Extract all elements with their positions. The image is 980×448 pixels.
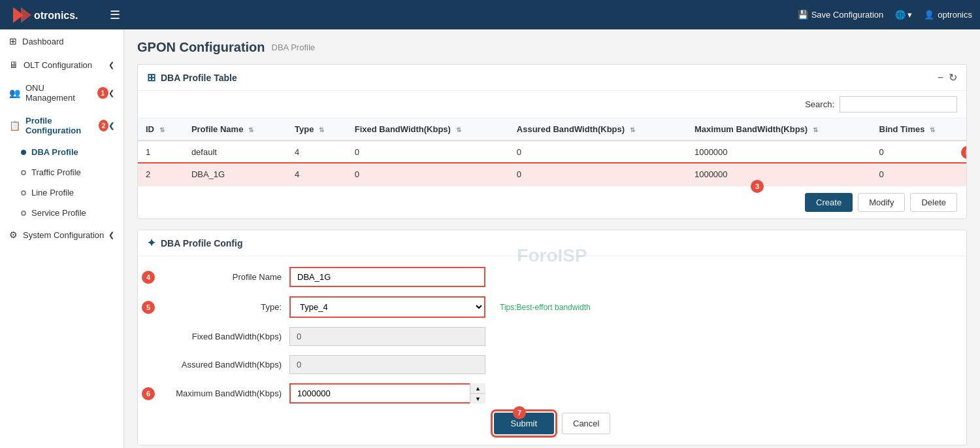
navbar-right: 💾 Save Configuration 🌐 ▾ 👤 optronics xyxy=(798,10,972,20)
spin-down-button[interactable]: ▼ xyxy=(470,394,485,404)
create-button[interactable]: Create xyxy=(805,193,853,212)
spin-up-button[interactable]: ▲ xyxy=(470,383,485,394)
page-title-text: GPON Configuration xyxy=(137,40,265,55)
sort-arrows-type: ⇅ xyxy=(319,126,324,133)
user-menu[interactable]: 👤 optronics xyxy=(924,10,972,20)
olt-arrow: ❮ xyxy=(108,61,114,69)
sidebar-sub-item-dba-profile[interactable]: DBA Profile xyxy=(0,142,123,162)
cell-bind-times: 0 8 xyxy=(872,141,966,164)
max-bw-label: Maximum BandWidth(Kbps) xyxy=(151,388,282,398)
cell-id: 2 xyxy=(138,164,184,186)
col-assured-bw[interactable]: Assured BandWidth(Kbps) ⇅ xyxy=(509,118,687,141)
globe-button[interactable]: 🌐 ▾ xyxy=(895,10,912,20)
config-header-icon: ✦ xyxy=(147,237,155,249)
profile-badge: 2 xyxy=(99,120,108,131)
line-dot xyxy=(21,190,26,196)
save-config-button[interactable]: 💾 Save Configuration xyxy=(798,10,884,20)
badge-6: 6 xyxy=(142,387,155,400)
save-config-label: Save Configuration xyxy=(811,10,884,20)
save-icon: 💾 xyxy=(798,10,808,20)
profile-icon: 📋 xyxy=(9,120,20,131)
cancel-button[interactable]: Cancel xyxy=(562,413,610,434)
cell-assured-bw: 0 xyxy=(509,141,687,164)
table-row[interactable]: 1 default 4 0 0 1000000 0 8 xyxy=(138,141,966,164)
sidebar-item-label: System Configuration xyxy=(23,230,104,240)
delete-button[interactable]: Delete xyxy=(910,193,957,212)
max-bw-input[interactable] xyxy=(289,383,485,404)
profile-name-input[interactable] xyxy=(289,267,485,287)
sort-arrows-pn: ⇅ xyxy=(248,126,253,133)
type-label: Type: xyxy=(151,302,282,312)
sidebar-sub-item-service-profile[interactable]: Service Profile xyxy=(0,203,123,223)
action-row: 3 Create Modify Delete xyxy=(138,186,966,218)
table-header-right: − ↻ xyxy=(938,71,957,84)
assured-bw-row: Assured BandWidth(Kbps) 0 xyxy=(151,355,953,374)
sidebar-sub-item-traffic-profile[interactable]: Traffic Profile xyxy=(0,162,123,182)
col-fixed-bw[interactable]: Fixed BandWidth(Kbps) ⇅ xyxy=(347,118,509,141)
col-bind-times[interactable]: Bind Times ⇅ xyxy=(872,118,966,141)
sidebar-item-system-config[interactable]: ⚙ System Configuration ❮ xyxy=(0,223,123,247)
dba-profile-table: ID ⇅ Profile Name ⇅ Type ⇅ Fixed BandWid… xyxy=(138,118,966,186)
hamburger-icon[interactable]: ☰ xyxy=(110,8,120,22)
dba-dot xyxy=(21,150,26,155)
max-bw-spinner: ▲ ▼ xyxy=(289,383,485,404)
sidebar-item-label: ONU Management xyxy=(25,83,93,103)
search-label: Search: xyxy=(805,99,834,109)
table-card-header: ⊞ DBA Profile Table − ↻ xyxy=(138,65,966,91)
fixed-bw-label: Fixed BandWidth(Kbps) xyxy=(151,332,282,341)
dba-profile-table-card: ⊞ DBA Profile Table − ↻ Search: ID ⇅ xyxy=(137,64,967,219)
type-select[interactable]: Type_1Type_2Type_3Type_4Type_5 xyxy=(289,296,485,318)
system-arrow: ❮ xyxy=(108,231,114,239)
olt-icon: 🖥 xyxy=(9,60,18,70)
collapse-button[interactable]: − xyxy=(938,72,943,84)
table-search-bar: Search: xyxy=(138,91,966,118)
logo-svg: otronics. xyxy=(8,5,99,26)
table-header-row: ID ⇅ Profile Name ⇅ Type ⇅ Fixed BandWid… xyxy=(138,118,966,141)
refresh-button[interactable]: ↻ xyxy=(949,71,957,84)
onu-icon: 👥 xyxy=(9,88,20,98)
cell-assured-bw: 0 xyxy=(509,164,687,186)
cell-type: 4 xyxy=(287,141,347,164)
badge-8: 8 xyxy=(961,146,966,159)
table-row[interactable]: 2 DBA_1G 4 0 0 1000000 0 xyxy=(138,164,966,186)
cell-type: 4 xyxy=(287,164,347,186)
type-tip: Tips:Best-effort bandwidth xyxy=(500,303,591,312)
cell-fixed-bw: 0 xyxy=(347,141,509,164)
cell-fixed-bw: 0 xyxy=(347,164,509,186)
col-id[interactable]: ID ⇅ xyxy=(138,118,184,141)
col-type[interactable]: Type ⇅ xyxy=(287,118,347,141)
sidebar-item-profile-config[interactable]: 📋 Profile Configuration 2 ❮ xyxy=(0,109,123,142)
sidebar-sub-item-label: Line Profile xyxy=(31,188,74,198)
logo: otronics. xyxy=(8,5,99,26)
dashboard-icon: ⊞ xyxy=(9,36,17,46)
search-input[interactable] xyxy=(840,96,957,112)
sort-arrows-mbw: ⇅ xyxy=(813,126,818,133)
config-title: DBA Profile Config xyxy=(161,238,242,249)
profile-name-label: Profile Name xyxy=(151,272,282,282)
table-header-icon: ⊞ xyxy=(147,71,155,84)
sidebar-item-onu-mgmt[interactable]: 👥 ONU Management 1 ❮ xyxy=(0,77,123,109)
username-label: optronics xyxy=(938,10,972,20)
user-icon: 👤 xyxy=(924,10,934,20)
sidebar-item-dashboard[interactable]: ⊞ Dashboard xyxy=(0,29,123,53)
modify-button[interactable]: Modify xyxy=(858,193,905,212)
service-dot xyxy=(21,211,26,216)
profile-arrow: ❮ xyxy=(108,122,114,130)
spin-arrows: ▲ ▼ xyxy=(470,383,485,404)
svg-text:otronics.: otronics. xyxy=(34,10,78,21)
badge-5: 5 xyxy=(142,301,155,314)
sidebar-sub-item-line-profile[interactable]: Line Profile xyxy=(0,182,123,203)
sort-arrows-abw: ⇅ xyxy=(630,126,635,133)
type-row: 5 Type: Type_1Type_2Type_3Type_4Type_5 T… xyxy=(151,296,953,318)
dba-profile-config-card: ✦ DBA Profile Config 4 Profile Name 5 Ty… xyxy=(137,230,967,445)
globe-dropdown-arrow: ▾ xyxy=(907,10,912,20)
globe-icon: 🌐 xyxy=(895,10,906,20)
sidebar-sub-item-label: Service Profile xyxy=(31,208,86,218)
badge-3: 3 xyxy=(751,180,764,193)
col-max-bw[interactable]: Maximum BandWidth(Kbps) ⇅ xyxy=(687,118,872,141)
sidebar-item-olt-config[interactable]: 🖥 OLT Configuration ❮ xyxy=(0,53,123,77)
col-profile-name[interactable]: Profile Name ⇅ xyxy=(184,118,287,141)
navbar: otronics. ☰ 💾 Save Configuration 🌐 ▾ 👤 o… xyxy=(0,0,980,29)
max-bw-row: 6 Maximum BandWidth(Kbps) ▲ ▼ xyxy=(151,383,953,404)
sidebar-item-label: Profile Configuration xyxy=(25,116,95,135)
